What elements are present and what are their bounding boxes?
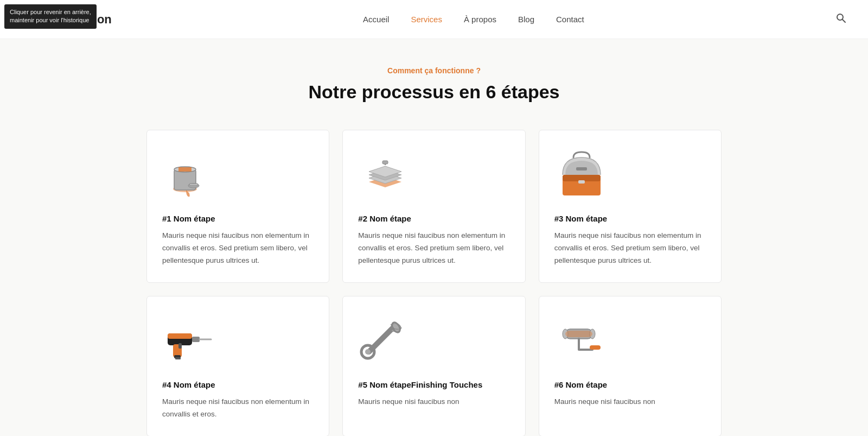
- svg-rect-7: [178, 167, 192, 172]
- wrench-icon: [358, 313, 412, 367]
- step-6-title: #6 Nom étape: [554, 380, 706, 389]
- nav-link-accueil[interactable]: Accueil: [363, 15, 389, 24]
- section-subtitle: Comment ça fonctionne ?: [146, 66, 722, 75]
- main-content: Comment ça fonctionne ? Notre processus …: [136, 39, 732, 436]
- svg-rect-27: [178, 343, 182, 349]
- steps-grid: #1 Nom étape Mauris neque nisi faucibus …: [146, 130, 722, 436]
- section-title: Notre processus en 6 étapes: [146, 81, 722, 103]
- tiles-icon: [358, 147, 412, 201]
- svg-line-3: [843, 20, 845, 22]
- step-3-desc: Mauris neque nisi faucibus non elementum…: [554, 230, 706, 267]
- toolbox-icon: [554, 147, 609, 201]
- navbar: Cliquer pour revenir en arrière, mainten…: [0, 0, 868, 39]
- svg-rect-18: [576, 167, 587, 170]
- step-card-2: #2 Nom étape Mauris neque nisi faucibus …: [342, 130, 525, 283]
- tooltip-box: Cliquer pour revenir en arrière, mainten…: [4, 4, 97, 29]
- nav-item-accueil[interactable]: Accueil: [363, 15, 389, 24]
- svg-rect-15: [382, 161, 388, 164]
- step-2-title: #2 Nom étape: [358, 214, 509, 223]
- step-6-desc: Mauris neque nisi faucibus non: [554, 396, 706, 408]
- nav-link-apropos[interactable]: À propos: [464, 15, 496, 24]
- step-5-desc: Mauris neque nisi faucibus non: [358, 396, 509, 408]
- step-2-desc: Mauris neque nisi faucibus non elementum…: [358, 230, 509, 267]
- step-1-desc: Mauris neque nisi faucibus non elementum…: [162, 230, 314, 267]
- drill-icon: [162, 313, 216, 367]
- roller-icon: [554, 313, 609, 367]
- nav-links: Accueil Services À propos Blog Contact: [363, 15, 584, 24]
- tooltip-text: Cliquer pour revenir en arrière, mainten…: [10, 9, 91, 23]
- step-4-title: #4 Nom étape: [162, 380, 314, 389]
- step-card-3: #3 Nom étape Mauris neque nisi faucibus …: [539, 130, 722, 283]
- nav-item-apropos[interactable]: À propos: [464, 15, 496, 24]
- paint-can-icon: [162, 147, 216, 201]
- step-card-5: #5 Nom étapeFinishing Touches Mauris neq…: [342, 296, 525, 436]
- svg-point-29: [365, 349, 371, 355]
- step-card-4: #4 Nom étape Mauris neque nisi faucibus …: [146, 296, 329, 436]
- step-3-title: #3 Nom étape: [554, 214, 706, 223]
- svg-rect-9: [189, 184, 198, 186]
- search-icon[interactable]: [835, 12, 846, 26]
- step-1-title: #1 Nom étape: [162, 214, 314, 223]
- step-card-6: #6 Nom étape Mauris neque nisi faucibus …: [539, 296, 722, 436]
- svg-rect-34: [590, 345, 601, 350]
- nav-item-services[interactable]: Services: [411, 15, 442, 24]
- svg-rect-26: [175, 357, 181, 359]
- svg-rect-21: [168, 333, 192, 339]
- step-4-desc: Mauris neque nisi faucibus non elementum…: [162, 396, 314, 421]
- nav-link-services[interactable]: Services: [411, 15, 442, 24]
- step-5-title: #5 Nom étapeFinishing Touches: [358, 380, 509, 389]
- step-card-1: #1 Nom étape Mauris neque nisi faucibus …: [146, 130, 329, 283]
- svg-rect-19: [578, 180, 585, 184]
- nav-item-blog[interactable]: Blog: [518, 15, 534, 24]
- svg-rect-35: [565, 331, 592, 337]
- nav-link-blog[interactable]: Blog: [518, 15, 534, 24]
- svg-rect-24: [192, 337, 200, 342]
- nav-item-contact[interactable]: Contact: [556, 15, 584, 24]
- nav-link-contact[interactable]: Contact: [556, 15, 584, 24]
